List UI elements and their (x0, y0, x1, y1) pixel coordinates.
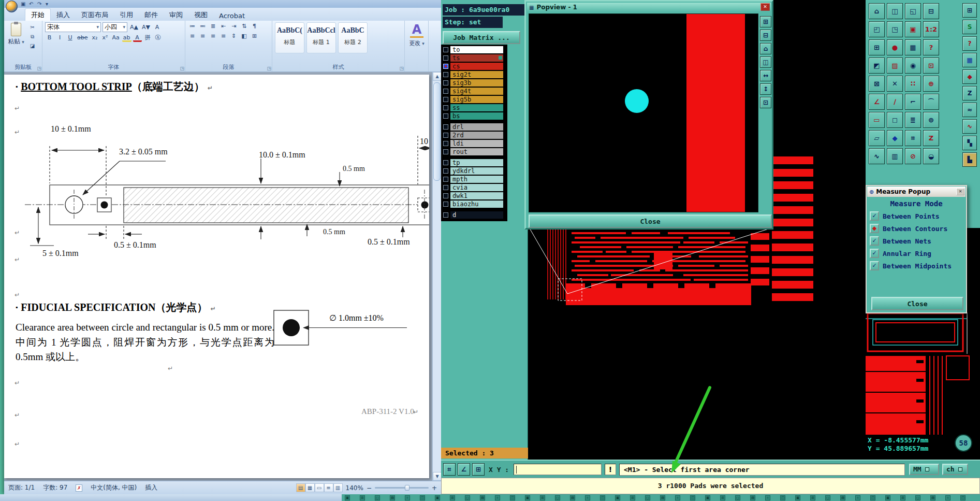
layer-row-d[interactable]: d (443, 211, 507, 219)
cad-tool-icon[interactable]: ◒ (923, 148, 939, 164)
taskbar-tool-icon[interactable]: ◫ (600, 495, 605, 500)
font-size-tool-icon[interactable]: A▼ (141, 23, 151, 32)
cad-tool-icon[interactable]: Z (962, 86, 977, 101)
taskbar-tool-icon[interactable]: ▣ (705, 495, 710, 500)
zoom-out-icon[interactable]: − (367, 484, 372, 492)
paragraph-tool-icon[interactable]: ≣ (209, 22, 217, 31)
cad-tool-icon[interactable]: ▱ (869, 130, 885, 146)
font-size-select[interactable]: 小四▾ (103, 22, 127, 32)
layer-name[interactable]: sig5b (450, 96, 503, 103)
layer-row-sig2t[interactable]: sig2t (443, 71, 507, 78)
layer-checkbox[interactable] (443, 212, 448, 218)
layer-row-to[interactable]: to (443, 46, 507, 53)
cad-tool-icon[interactable]: 1:2 (923, 21, 939, 37)
command-tool-icon[interactable]: ⌗ (443, 463, 456, 476)
zoom-slider-thumb[interactable] (405, 485, 409, 491)
view-mode-icon[interactable]: ▦ (305, 483, 315, 492)
zoom-slider[interactable] (375, 487, 429, 489)
taskbar-tool-icon[interactable]: ⌗ (945, 495, 950, 500)
layer-name[interactable]: tp (450, 159, 503, 166)
cad-tool-icon[interactable]: ▦ (962, 53, 977, 67)
popview-zoom-icon[interactable]: ↕ (760, 83, 771, 95)
word-count[interactable]: 字数: 97 (43, 483, 67, 492)
taskbar-tool-icon[interactable]: ◫ (510, 495, 515, 500)
taskbar-tool-icon[interactable]: ⊞ (900, 495, 905, 500)
qat-more-icon[interactable]: ▾ (46, 1, 48, 7)
mode-icon[interactable]: ✓ (870, 236, 879, 246)
cad-tool-icon[interactable]: ◻ (887, 112, 903, 128)
cad-tool-icon[interactable]: ⊠ (869, 76, 885, 92)
layer-checkbox[interactable] (443, 105, 448, 110)
font-tool-icon[interactable]: x₂ (91, 34, 99, 42)
vertical-scrollbar[interactable]: ▲ ▼ (432, 72, 441, 481)
taskbar-tool-icon[interactable]: ▣ (615, 495, 620, 500)
clipboard-tool-icon[interactable]: ◪ (28, 42, 37, 50)
layer-name[interactable]: sig2t (450, 71, 503, 78)
taskbar-tool-icon[interactable]: ◻ (645, 495, 650, 500)
style-card[interactable]: AaBbCcl标题 1 (306, 22, 336, 53)
taskbar-tool-icon[interactable]: ⊞ (360, 495, 365, 500)
paragraph-tool-icon[interactable]: ≕ (198, 22, 207, 31)
layer-checkbox[interactable] (443, 168, 448, 174)
cad-tool-icon[interactable]: ⌗ (905, 130, 921, 146)
measure-option-annular-ring[interactable]: ✓Annular Ring (870, 247, 965, 260)
cad-tool-icon[interactable]: ▙ (962, 152, 977, 167)
layer-row-ydkdrl[interactable]: ydkdrl (443, 167, 507, 175)
layer-row-2rd[interactable]: 2rd (443, 132, 507, 139)
view-mode-icon[interactable]: ▭ (315, 483, 324, 492)
taskbar-tool-icon[interactable]: ▤ (570, 495, 575, 500)
style-card[interactable]: AaBbC(标题 (275, 22, 304, 53)
paragraph-tool-icon[interactable]: ⇕ (229, 32, 238, 40)
cad-tool-icon[interactable]: ∿ (869, 148, 885, 164)
ribbon-tab-邮件[interactable]: 邮件 (139, 9, 164, 21)
layer-row-sig5b[interactable]: sig5b (443, 96, 507, 103)
ribbon-tab-页面布局[interactable]: 页面布局 (76, 9, 114, 21)
layer-row-drl[interactable]: drl (443, 123, 507, 131)
clipboard-dialog-launcher[interactable]: ◳ (37, 66, 41, 71)
change-styles-button[interactable]: A 更改▾ (405, 21, 429, 71)
taskbar-tool-icon[interactable]: ▣ (885, 495, 890, 500)
ribbon-tab-开始[interactable]: 开始 (25, 8, 51, 21)
popview-canvas[interactable] (529, 13, 758, 212)
layer-row-ldi[interactable]: ldi (443, 140, 507, 147)
taskbar-tool-icon[interactable]: ⌗ (405, 495, 410, 500)
taskbar-tool-icon[interactable]: ▤ (930, 495, 935, 500)
layer-checkbox[interactable] (443, 47, 448, 52)
ribbon-tab-审阅[interactable]: 审阅 (164, 9, 188, 21)
taskbar-tool-icon[interactable]: ⊞ (810, 495, 815, 500)
cad-tool-icon[interactable]: ⊕ (923, 76, 939, 92)
taskbar-tool-icon[interactable]: ▣ (435, 495, 440, 500)
paste-button[interactable]: 粘贴▾ (6, 23, 26, 46)
cad-tool-icon[interactable]: ▥ (887, 148, 903, 164)
command-tool-icon[interactable]: ∠ (458, 463, 470, 476)
cad-tool-icon[interactable]: ⊡ (923, 58, 939, 74)
cad-tool-icon[interactable]: ◰ (869, 21, 885, 37)
taskbar-tool-icon[interactable]: ▤ (750, 495, 755, 500)
cad-tool-icon[interactable]: ∠ (869, 94, 885, 110)
scrollbar-thumb[interactable] (433, 82, 441, 181)
mode-icon[interactable]: ✓ (870, 249, 879, 258)
cad-tool-icon[interactable]: ≣ (905, 112, 921, 128)
cad-tool-icon[interactable]: ∷ (905, 76, 921, 92)
alert-button[interactable]: ! (605, 464, 616, 475)
ribbon-tab-插入[interactable]: 插入 (51, 9, 76, 21)
layer-name[interactable]: mpth (450, 176, 503, 183)
view-mode-icon[interactable]: ▥ (333, 483, 343, 492)
cad-tool-icon[interactable]: ⊟ (923, 3, 939, 19)
ribbon-tab-Acrobat[interactable]: Acrobat (213, 10, 251, 21)
taskbar-tool-icon[interactable]: ⌗ (855, 495, 860, 500)
popview-close-button[interactable]: Close (529, 214, 772, 228)
cad-tool-icon[interactable]: ▣ (905, 21, 921, 37)
taskbar-tool-icon[interactable]: ◻ (375, 495, 380, 500)
taskbar-tool-icon[interactable]: ▣ (345, 495, 350, 500)
taskbar-tool-icon[interactable]: ▣ (525, 495, 530, 500)
layer-checkbox[interactable] (443, 97, 448, 102)
layer-row-sig4t[interactable]: sig4t (443, 88, 507, 95)
cad-tool-icon[interactable]: ⊞ (962, 3, 977, 18)
measure-titlebar[interactable]: ⊕Measure Popup ✕ (867, 187, 966, 197)
layer-row-ts[interactable]: ts (443, 54, 507, 62)
cad-tool-icon[interactable]: ▚ (962, 136, 977, 150)
layer-checkbox[interactable] (443, 149, 448, 154)
units-dropdown-2[interactable]: ch (942, 464, 968, 475)
cad-tool-icon[interactable]: ◉ (905, 58, 921, 74)
